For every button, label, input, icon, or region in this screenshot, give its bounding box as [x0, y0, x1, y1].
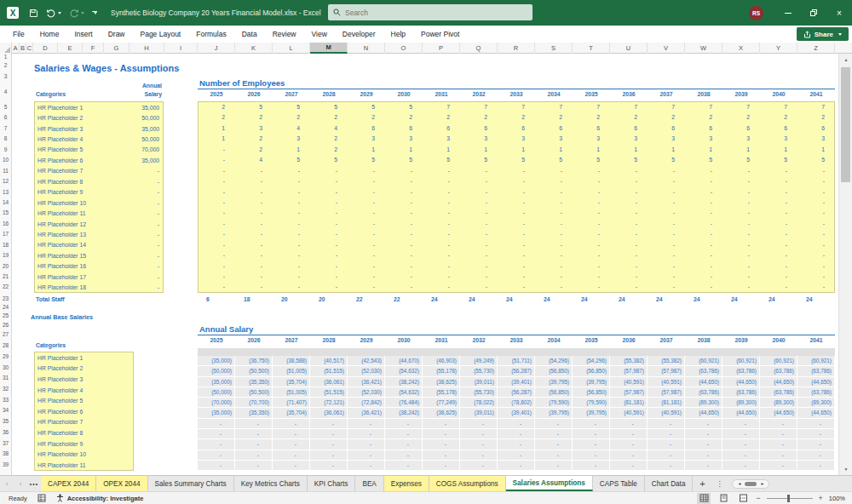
salary-cell[interactable]: (89,300) — [722, 398, 760, 408]
salary-cell[interactable]: - — [198, 461, 235, 471]
salary-cell[interactable]: (51,711) — [498, 356, 535, 366]
column-header-Z[interactable]: Z — [797, 43, 835, 54]
salary-cell[interactable]: - — [310, 429, 348, 439]
staff-salary-cell[interactable]: - — [125, 221, 163, 227]
base-salary-category-cell[interactable]: HR Placeholder 1 — [35, 355, 133, 361]
salary-cell[interactable]: - — [310, 419, 348, 429]
staff-category-cell[interactable]: HR Placeholder 4 — [35, 136, 125, 142]
ribbon-tab-file[interactable]: File — [5, 26, 32, 43]
employees-cell[interactable]: 2 — [798, 112, 836, 123]
employees-cell[interactable]: 5 — [573, 155, 611, 165]
employees-cell[interactable]: - — [423, 282, 461, 292]
staff-salary-cell[interactable]: - — [125, 253, 163, 259]
employees-cell[interactable]: 1 — [461, 145, 498, 155]
sheet-more-icon[interactable]: ••• — [27, 476, 41, 491]
view-page-break-icon[interactable] — [736, 493, 750, 504]
employees-year-header[interactable]: 2041 — [797, 91, 835, 97]
employees-cell[interactable]: - — [311, 272, 348, 282]
employees-cell[interactable]: - — [648, 229, 686, 239]
salary-cell[interactable]: - — [460, 429, 498, 439]
row-header-28[interactable]: 28 — [0, 340, 11, 352]
employees-cell[interactable]: 5 — [648, 155, 686, 165]
salary-cell[interactable]: (52,030) — [348, 366, 385, 376]
employees-cell[interactable]: 6 — [798, 123, 836, 134]
employees-cell[interactable]: - — [461, 261, 498, 272]
base-salary-category-cell[interactable]: HR Placeholder 11 — [35, 462, 133, 468]
employees-cell[interactable]: - — [686, 219, 723, 229]
employees-cell[interactable]: 1 — [723, 145, 761, 155]
employees-cell[interactable]: 2 — [199, 112, 236, 123]
salary-cell[interactable]: (71,407) — [273, 398, 310, 408]
salary-cell[interactable]: - — [685, 450, 722, 461]
employees-cell[interactable]: - — [686, 282, 723, 292]
row-header-3[interactable]: 3 — [0, 72, 11, 81]
salary-cell[interactable]: - — [685, 439, 722, 450]
employees-cell[interactable]: 7 — [798, 102, 836, 112]
column-header-C[interactable]: C — [26, 43, 33, 54]
salary-year-header[interactable]: 2027 — [273, 337, 310, 343]
staff-category-cell[interactable]: HR Placeholder 12 — [35, 221, 125, 227]
employees-cell[interactable]: - — [723, 229, 761, 239]
zoom-in-icon[interactable]: + — [819, 494, 823, 502]
employees-cell[interactable]: - — [686, 250, 723, 261]
salary-cell[interactable]: - — [685, 419, 722, 429]
salary-cell[interactable]: - — [535, 429, 573, 439]
employees-cell[interactable]: - — [386, 166, 423, 176]
employees-cell[interactable]: 3 — [386, 134, 423, 144]
salary-cell[interactable]: (56,850) — [535, 366, 573, 376]
employees-cell[interactable]: - — [348, 282, 386, 292]
employees-cell[interactable]: - — [648, 208, 686, 218]
macro-record-icon[interactable] — [37, 494, 46, 502]
row-header-22[interactable]: 22 — [0, 282, 11, 292]
employees-cell[interactable]: - — [199, 145, 236, 155]
salary-cell[interactable]: - — [310, 439, 348, 450]
employees-cell[interactable]: 2 — [498, 112, 536, 123]
employees-cell[interactable]: 1 — [611, 145, 648, 155]
salary-cell[interactable]: - — [760, 419, 797, 429]
salary-cell[interactable]: - — [348, 429, 385, 439]
salary-cell[interactable]: (50,000) — [198, 387, 235, 398]
salary-cell[interactable]: - — [610, 461, 648, 471]
categories-header[interactable]: Categories — [36, 91, 66, 97]
row-header-5[interactable]: 5 — [0, 102, 11, 112]
employees-cell[interactable]: - — [348, 176, 386, 186]
salary-cell[interactable]: - — [722, 439, 760, 450]
salary-cell[interactable]: - — [310, 450, 348, 461]
salary-year-header[interactable]: 2028 — [310, 337, 348, 343]
staff-salary-cell[interactable]: - — [125, 168, 163, 174]
salary-cell[interactable]: (70,700) — [235, 398, 273, 408]
salary-cell[interactable]: (40,591) — [648, 377, 685, 387]
employees-year-header[interactable]: 2026 — [235, 91, 273, 97]
salary-cell[interactable]: (44,650) — [760, 408, 797, 418]
ribbon-tab-help[interactable]: Help — [383, 26, 413, 43]
employees-cell[interactable]: - — [536, 250, 573, 261]
salary-cell[interactable]: - — [498, 429, 535, 439]
employees-cell[interactable]: - — [311, 219, 348, 229]
employees-cell[interactable]: 5 — [723, 155, 761, 165]
employees-cell[interactable]: - — [723, 187, 761, 198]
employees-cell[interactable]: 2 — [423, 112, 461, 123]
employees-cell[interactable]: - — [611, 219, 648, 229]
salary-cell[interactable]: (40,517) — [310, 356, 348, 366]
row-header-4[interactable]: 4 — [0, 81, 11, 102]
salary-cell[interactable]: (38,588) — [273, 356, 310, 366]
salary-cell[interactable]: - — [610, 429, 648, 439]
employees-cell[interactable]: 2 — [686, 112, 723, 123]
annual-salary-header-line1[interactable]: Annual — [126, 83, 162, 89]
salary-cell[interactable]: (56,850) — [535, 387, 573, 398]
ribbon-tab-formulas[interactable]: Formulas — [188, 26, 233, 43]
employees-cell[interactable]: 2 — [236, 145, 273, 155]
salary-cell[interactable]: (70,000) — [198, 398, 235, 408]
column-header-H[interactable]: H — [130, 43, 164, 54]
employees-cell[interactable]: - — [648, 240, 686, 250]
employees-cell[interactable]: - — [573, 166, 611, 176]
employees-cell[interactable]: - — [648, 166, 686, 176]
employees-year-header[interactable]: 2029 — [348, 91, 385, 97]
salary-cell[interactable]: (55,730) — [460, 387, 498, 398]
employees-cell[interactable]: 1 — [386, 145, 423, 155]
employees-cell[interactable]: - — [461, 282, 498, 292]
salary-cell[interactable]: - — [610, 419, 648, 429]
employees-cell[interactable]: - — [723, 250, 761, 261]
employees-cell[interactable]: - — [723, 272, 761, 282]
salary-cell[interactable]: - — [722, 450, 760, 461]
